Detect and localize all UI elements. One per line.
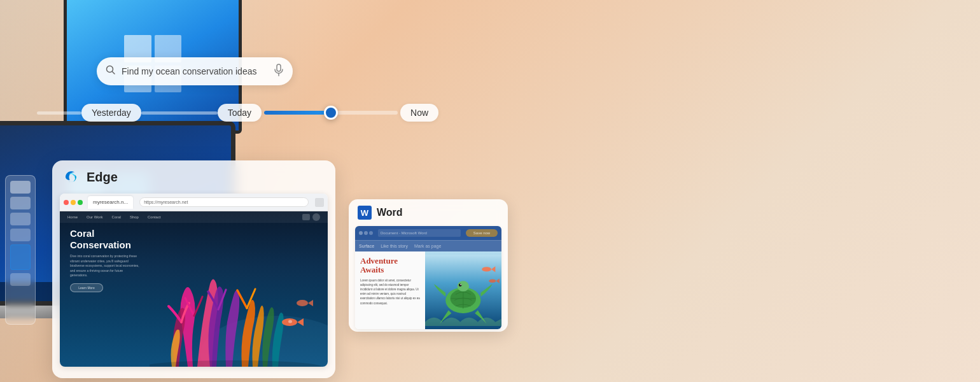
timeline-today-label: Today xyxy=(218,104,262,122)
mic-icon[interactable] xyxy=(274,64,284,79)
search-text: Find my ocean conservation ideas xyxy=(122,66,268,76)
word-ribbon-design: Mark as page xyxy=(414,244,441,248)
word-card: W Word Document - Microsoft Word Save no… xyxy=(349,199,508,332)
search-icon xyxy=(106,65,116,78)
svg-point-11 xyxy=(489,279,496,283)
search-bar[interactable]: Find my ocean conservation ideas xyxy=(97,57,293,85)
word-logo-icon: W xyxy=(358,206,372,220)
word-ribbon-insert: Like this story xyxy=(381,244,408,248)
svg-point-17 xyxy=(459,283,462,286)
svg-point-16 xyxy=(458,281,469,292)
timeline: Yesterday Today Now xyxy=(37,104,470,122)
coral-body-text: Dive into coral conservation by protecti… xyxy=(70,254,140,278)
edge-card-title: Edge xyxy=(87,170,118,185)
svg-point-18 xyxy=(461,284,462,285)
svg-point-8 xyxy=(297,300,308,306)
svg-line-1 xyxy=(113,72,115,74)
browser-url-bar[interactable]: https://myresearch.net xyxy=(139,197,309,207)
coral-learn-more-btn[interactable]: Learn More xyxy=(70,283,103,292)
word-body-text: Lorem ipsum dolor sit amet, consectetur … xyxy=(360,278,420,306)
svg-point-7 xyxy=(288,320,292,323)
svg-point-10 xyxy=(482,267,492,271)
timeline-slider[interactable] xyxy=(264,106,398,120)
side-panel xyxy=(5,175,36,325)
browser-content: Home Our Work Coral Shop Contact Coral C… xyxy=(60,211,328,367)
edge-card: Edge myresearch.n... https://myresearch.… xyxy=(52,160,335,378)
svg-rect-2 xyxy=(277,64,281,71)
word-doc-window: Document - Microsoft Word Save now Surfa… xyxy=(355,226,501,329)
timeline-yesterday-label: Yesterday xyxy=(81,104,141,122)
edge-browser-window: myresearch.n... https://myresearch.net H… xyxy=(60,194,328,367)
word-adventure-line1: Adventure xyxy=(360,257,420,265)
edge-logo-icon xyxy=(62,168,80,186)
timeline-now-label: Now xyxy=(400,104,438,122)
coral-title-line1: Coral xyxy=(70,228,140,239)
word-card-title: Word xyxy=(377,207,403,218)
coral-title-line2: Conservation xyxy=(70,239,140,251)
browser-tab[interactable]: myresearch.n... xyxy=(88,196,133,209)
word-ribbon-home: Surface xyxy=(359,244,374,248)
word-adventure-line2: Awaits xyxy=(360,265,420,274)
